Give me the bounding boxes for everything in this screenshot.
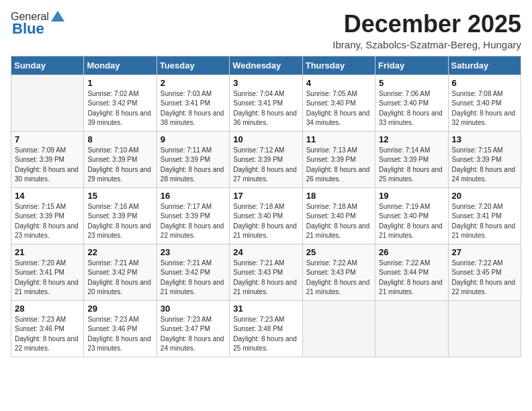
table-row: 30Sunrise: 7:23 AMSunset: 3:47 PMDayligh… [157,300,229,357]
day-number: 11 [306,134,371,144]
table-row: 22Sunrise: 7:21 AMSunset: 3:42 PMDayligh… [84,244,157,300]
day-info: Sunrise: 7:19 AMSunset: 3:40 PMDaylight:… [379,202,444,241]
day-info: Sunrise: 7:22 AMSunset: 3:44 PMDaylight:… [379,259,444,298]
calendar-week-row: 1Sunrise: 7:02 AMSunset: 3:42 PMDaylight… [11,75,521,131]
calendar-table: Sunday Monday Tuesday Wednesday Thursday… [11,56,521,357]
table-row [11,75,84,131]
day-number: 22 [87,247,152,257]
table-row: 15Sunrise: 7:16 AMSunset: 3:39 PMDayligh… [84,187,157,244]
table-row: 7Sunrise: 7:09 AMSunset: 3:39 PMDaylight… [11,131,84,187]
day-info: Sunrise: 7:22 AMSunset: 3:43 PMDaylight:… [306,259,371,298]
col-friday: Friday [375,56,448,75]
day-info: Sunrise: 7:09 AMSunset: 3:39 PMDaylight:… [15,146,80,185]
col-sunday: Sunday [11,56,84,75]
day-number: 21 [15,247,80,257]
day-info: Sunrise: 7:03 AMSunset: 3:41 PMDaylight:… [161,89,226,128]
table-row: 4Sunrise: 7:05 AMSunset: 3:40 PMDaylight… [302,75,375,131]
calendar-week-row: 21Sunrise: 7:20 AMSunset: 3:41 PMDayligh… [11,244,521,300]
day-info: Sunrise: 7:15 AMSunset: 3:39 PMDaylight:… [15,202,80,241]
table-row: 25Sunrise: 7:22 AMSunset: 3:43 PMDayligh… [302,244,375,300]
day-number: 31 [233,304,298,314]
day-number: 2 [161,78,226,88]
day-number: 20 [452,191,517,201]
day-info: Sunrise: 7:17 AMSunset: 3:39 PMDaylight:… [161,202,226,241]
day-info: Sunrise: 7:11 AMSunset: 3:39 PMDaylight:… [161,146,226,185]
location-subtitle: Ibrany, Szabolcs-Szatmar-Bereg, Hungary [332,39,521,50]
day-number: 25 [306,247,371,257]
day-number: 8 [87,134,152,144]
table-row: 1Sunrise: 7:02 AMSunset: 3:42 PMDaylight… [84,75,157,131]
day-info: Sunrise: 7:21 AMSunset: 3:42 PMDaylight:… [87,259,152,298]
table-row: 31Sunrise: 7:23 AMSunset: 3:48 PMDayligh… [230,300,302,357]
day-info: Sunrise: 7:15 AMSunset: 3:39 PMDaylight:… [452,146,517,185]
table-row: 21Sunrise: 7:20 AMSunset: 3:41 PMDayligh… [11,244,84,300]
day-info: Sunrise: 7:23 AMSunset: 3:46 PMDaylight:… [15,315,80,354]
table-row: 24Sunrise: 7:21 AMSunset: 3:43 PMDayligh… [230,244,302,300]
day-number: 26 [379,247,444,257]
day-number: 24 [233,247,298,257]
col-monday: Monday [84,56,157,75]
col-thursday: Thursday [302,56,375,75]
day-number: 12 [379,134,444,144]
table-row: 29Sunrise: 7:23 AMSunset: 3:46 PMDayligh… [84,300,157,357]
table-row: 13Sunrise: 7:15 AMSunset: 3:39 PMDayligh… [448,131,521,187]
day-info: Sunrise: 7:23 AMSunset: 3:48 PMDaylight:… [233,315,298,354]
table-row: 19Sunrise: 7:19 AMSunset: 3:40 PMDayligh… [375,187,448,244]
day-number: 3 [233,78,298,88]
table-row: 5Sunrise: 7:06 AMSunset: 3:40 PMDaylight… [375,75,448,131]
col-wednesday: Wednesday [230,56,302,75]
table-row: 9Sunrise: 7:11 AMSunset: 3:39 PMDaylight… [157,131,229,187]
table-row: 27Sunrise: 7:22 AMSunset: 3:45 PMDayligh… [448,244,521,300]
title-block: December 2025 Ibrany, Szabolcs-Szatmar-B… [332,11,521,50]
day-info: Sunrise: 7:14 AMSunset: 3:39 PMDaylight:… [379,146,444,185]
table-row [302,300,375,357]
day-info: Sunrise: 7:10 AMSunset: 3:39 PMDaylight:… [87,146,152,185]
table-row: 18Sunrise: 7:18 AMSunset: 3:40 PMDayligh… [302,187,375,244]
table-row: 12Sunrise: 7:14 AMSunset: 3:39 PMDayligh… [375,131,448,187]
day-number: 29 [87,304,152,314]
day-number: 28 [15,304,80,314]
day-info: Sunrise: 7:20 AMSunset: 3:41 PMDaylight:… [452,202,517,241]
table-row: 10Sunrise: 7:12 AMSunset: 3:39 PMDayligh… [230,131,302,187]
day-info: Sunrise: 7:08 AMSunset: 3:40 PMDaylight:… [452,89,517,128]
day-info: Sunrise: 7:18 AMSunset: 3:40 PMDaylight:… [306,202,371,241]
day-info: Sunrise: 7:20 AMSunset: 3:41 PMDaylight:… [15,259,80,298]
day-number: 6 [452,78,517,88]
day-number: 23 [161,247,226,257]
day-number: 15 [87,191,152,201]
day-number: 1 [87,78,152,88]
day-number: 27 [452,247,517,257]
calendar-week-row: 28Sunrise: 7:23 AMSunset: 3:46 PMDayligh… [11,300,521,357]
calendar-week-row: 14Sunrise: 7:15 AMSunset: 3:39 PMDayligh… [11,187,521,244]
day-number: 9 [161,134,226,144]
day-info: Sunrise: 7:18 AMSunset: 3:40 PMDaylight:… [233,202,298,241]
col-saturday: Saturday [448,56,521,75]
day-number: 14 [15,191,80,201]
calendar-header-row: Sunday Monday Tuesday Wednesday Thursday… [11,56,521,75]
logo-blue-text: Blue [12,20,44,38]
day-info: Sunrise: 7:06 AMSunset: 3:40 PMDaylight:… [379,89,444,128]
day-info: Sunrise: 7:21 AMSunset: 3:42 PMDaylight:… [161,259,226,298]
month-title: December 2025 [332,11,521,38]
day-info: Sunrise: 7:05 AMSunset: 3:40 PMDaylight:… [306,89,371,128]
day-info: Sunrise: 7:04 AMSunset: 3:41 PMDaylight:… [233,89,298,128]
svg-marker-0 [51,11,64,21]
day-number: 16 [161,191,226,201]
table-row: 28Sunrise: 7:23 AMSunset: 3:46 PMDayligh… [11,300,84,357]
day-number: 5 [379,78,444,88]
day-info: Sunrise: 7:23 AMSunset: 3:46 PMDaylight:… [87,315,152,354]
col-tuesday: Tuesday [157,56,229,75]
calendar-week-row: 7Sunrise: 7:09 AMSunset: 3:39 PMDaylight… [11,131,521,187]
day-info: Sunrise: 7:22 AMSunset: 3:45 PMDaylight:… [452,259,517,298]
logo: General Blue [11,11,64,38]
day-info: Sunrise: 7:16 AMSunset: 3:39 PMDaylight:… [87,202,152,241]
logo-icon [51,11,64,21]
day-info: Sunrise: 7:23 AMSunset: 3:47 PMDaylight:… [161,315,226,354]
table-row: 17Sunrise: 7:18 AMSunset: 3:40 PMDayligh… [230,187,302,244]
table-row: 11Sunrise: 7:13 AMSunset: 3:39 PMDayligh… [302,131,375,187]
table-row [375,300,448,357]
table-row: 23Sunrise: 7:21 AMSunset: 3:42 PMDayligh… [157,244,229,300]
day-info: Sunrise: 7:12 AMSunset: 3:39 PMDaylight:… [233,146,298,185]
table-row: 3Sunrise: 7:04 AMSunset: 3:41 PMDaylight… [230,75,302,131]
table-row: 16Sunrise: 7:17 AMSunset: 3:39 PMDayligh… [157,187,229,244]
